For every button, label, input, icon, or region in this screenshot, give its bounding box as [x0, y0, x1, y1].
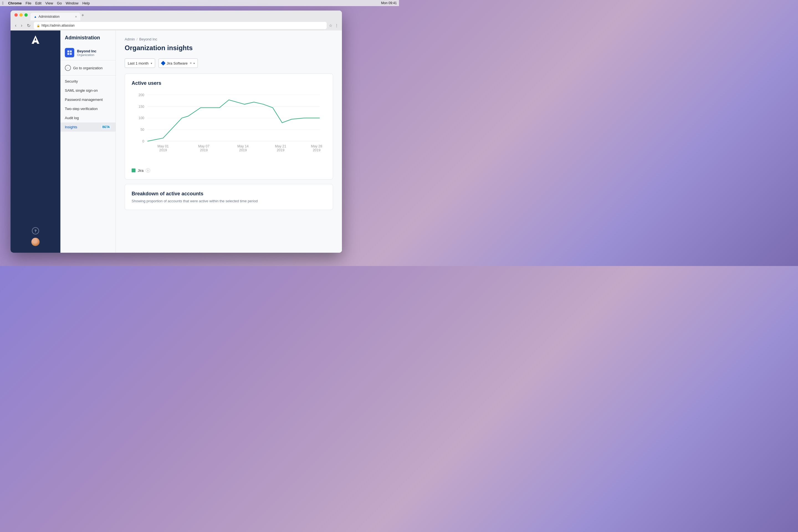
minimize-button[interactable] — [19, 13, 23, 17]
breadcrumb-org[interactable]: Beyond Inc — [139, 37, 157, 41]
atlassian-sidebar: ? — [11, 31, 60, 253]
chart-legend: Jira i — [132, 168, 326, 173]
time-filter-label: Last 1 month — [128, 61, 149, 65]
chart-area: 200 150 100 50 0 May 01 2019 May 07 2019… — [132, 92, 326, 164]
legend-color-jira — [132, 169, 135, 172]
bookmark-button[interactable]: ☆ — [329, 23, 332, 28]
menu-view[interactable]: View — [45, 1, 53, 5]
atlassian-logo — [31, 35, 40, 45]
tab-favicon: ▲ — [34, 15, 37, 18]
go-to-org-label: Go to organization — [73, 66, 102, 70]
svg-rect-3 — [70, 53, 72, 55]
maximize-button[interactable] — [24, 13, 28, 17]
user-avatar[interactable] — [31, 238, 40, 246]
menu-edit[interactable]: Edit — [35, 1, 41, 5]
active-users-card: Active users 200 150 100 50 — [125, 73, 333, 179]
sidebar-item-insights[interactable]: Insights BETA — [60, 122, 116, 132]
svg-text:2019: 2019 — [277, 148, 285, 152]
svg-text:2019: 2019 — [159, 148, 167, 152]
main-content: Admin / Beyond Inc Organization insights… — [116, 31, 342, 253]
org-type: Organization — [77, 53, 96, 57]
svg-text:150: 150 — [138, 105, 144, 109]
sidebar-item-security[interactable]: Security — [60, 77, 116, 86]
page-title: Organization insights — [125, 44, 333, 52]
jira-diamond-icon — [161, 61, 166, 66]
menu-bar-app-name[interactable]: Chrome — [8, 1, 22, 5]
nav-divider — [60, 75, 116, 76]
filters-row: Last 1 month ▾ Jira Software × ▾ — [125, 58, 333, 68]
svg-rect-2 — [67, 53, 69, 55]
sidebar-item-saml[interactable]: SAML single sign-on — [60, 86, 116, 95]
tab-close-button[interactable]: ✕ — [75, 15, 77, 18]
menu-bar-left:  Chrome File Edit View Go Window Help — [2, 1, 90, 5]
breadcrumb: Admin / Beyond Inc — [125, 37, 333, 41]
more-button[interactable]: ⋮ — [335, 23, 339, 28]
time-display: Mon 09:41 — [381, 1, 397, 5]
legend-info-icon[interactable]: i — [146, 168, 150, 173]
help-icon[interactable]: ? — [32, 227, 39, 234]
breadcrumb-admin[interactable]: Admin — [125, 37, 135, 41]
org-item: Beyond Inc Organization — [60, 45, 116, 60]
time-filter-dropdown[interactable]: Last 1 month ▾ — [125, 58, 155, 68]
close-button[interactable] — [14, 13, 18, 17]
breadcrumb-separator: / — [137, 37, 138, 41]
left-nav: Administration Beyond Inc Organization — [60, 31, 116, 253]
address-bar-row: ‹ › ↻ 🔒 https://admin.atlassian ☆ ⋮ — [11, 20, 342, 31]
svg-text:2019: 2019 — [313, 148, 321, 152]
new-tab-button[interactable]: + — [81, 13, 84, 18]
beta-badge: BETA — [101, 125, 111, 129]
legend-label-jira: Jira — [138, 169, 144, 173]
url-text: https://admin.atlassian — [41, 23, 75, 27]
menu-file[interactable]: File — [25, 1, 31, 5]
reload-button[interactable]: ↻ — [26, 22, 32, 29]
svg-text:May 21: May 21 — [275, 144, 286, 148]
svg-text:May 28: May 28 — [311, 144, 322, 148]
active-tab[interactable]: ▲ Administration ✕ — [31, 13, 80, 20]
svg-text:50: 50 — [140, 128, 144, 132]
sidebar-item-password[interactable]: Password management — [60, 95, 116, 104]
menu-bar-right: Mon 09:41 — [381, 1, 397, 5]
menu-help[interactable]: Help — [82, 1, 90, 5]
breakdown-card: Breakdown of active accounts Showing pro… — [125, 184, 333, 210]
app-content: ? Administration Beyond — [11, 31, 342, 253]
svg-rect-1 — [70, 51, 72, 52]
nav-title: Administration — [60, 35, 116, 45]
browser-chrome: ▲ Administration ✕ + ‹ › ↻ 🔒 https://adm… — [11, 11, 342, 31]
tab-title: Administration — [39, 15, 60, 19]
time-filter-chevron-icon: ▾ — [151, 62, 152, 65]
org-icon — [65, 48, 74, 57]
svg-text:May 14: May 14 — [237, 144, 249, 148]
product-filter-remove[interactable]: × — [190, 61, 192, 65]
svg-rect-0 — [67, 51, 69, 52]
svg-text:May 01: May 01 — [157, 144, 169, 148]
back-button[interactable]: ‹ — [14, 22, 17, 28]
traffic-lights — [14, 13, 28, 17]
sidebar-item-twostep[interactable]: Two-step verification — [60, 104, 116, 113]
menu-window[interactable]: Window — [66, 1, 78, 5]
sidebar-item-audit[interactable]: Audit log — [60, 113, 116, 122]
avatar-image — [31, 238, 40, 246]
product-filter-dropdown[interactable]: Jira Software × ▾ — [158, 58, 198, 68]
svg-text:100: 100 — [138, 116, 144, 120]
forward-button[interactable]: › — [20, 22, 23, 28]
apple-icon[interactable]:  — [2, 1, 4, 5]
svg-text:2019: 2019 — [239, 148, 247, 152]
browser-window: ▲ Administration ✕ + ‹ › ↻ 🔒 https://adm… — [11, 11, 342, 253]
org-info: Beyond Inc Organization — [77, 49, 96, 57]
breakdown-title: Breakdown of active accounts — [132, 191, 326, 197]
breakdown-subtitle: Showing proportion of accounts that were… — [132, 199, 326, 203]
svg-text:0: 0 — [142, 139, 144, 143]
active-users-title: Active users — [132, 80, 326, 86]
sidebar-bottom: ? — [31, 227, 40, 248]
active-users-chart-svg: 200 150 100 50 0 May 01 2019 May 07 2019… — [132, 92, 326, 164]
menu-go[interactable]: Go — [57, 1, 62, 5]
insights-label: Insights — [65, 125, 77, 129]
go-to-icon: ← — [65, 65, 71, 71]
go-to-org-button[interactable]: ← Go to organization — [60, 63, 116, 73]
product-filter-label: Jira Software — [167, 61, 188, 65]
address-field[interactable]: 🔒 https://admin.atlassian — [34, 22, 327, 29]
lock-icon: 🔒 — [37, 24, 40, 27]
svg-text:200: 200 — [138, 93, 144, 97]
svg-text:May 07: May 07 — [198, 144, 209, 148]
product-filter-chevron-icon: ▾ — [193, 62, 195, 65]
